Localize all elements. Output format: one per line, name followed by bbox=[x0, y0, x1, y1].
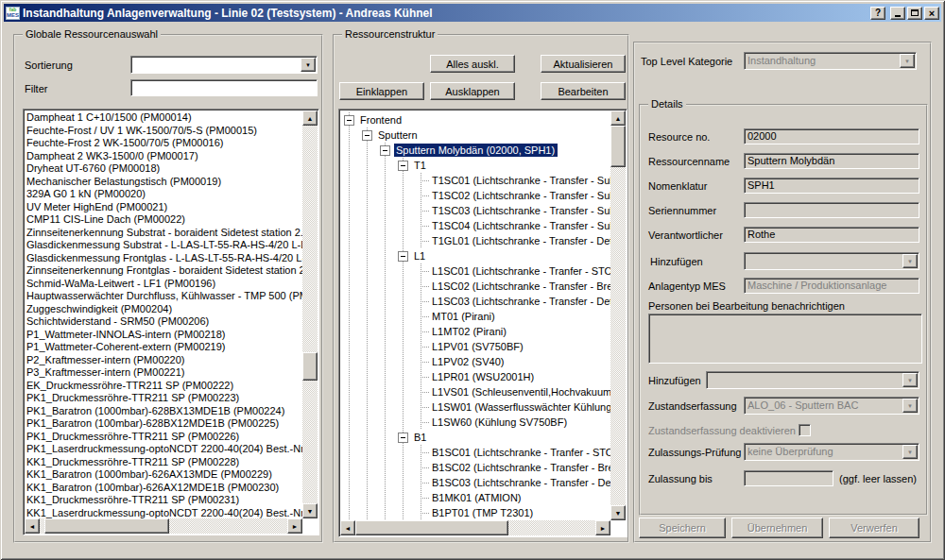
list-item[interactable]: Feuchte-Frost / UV 1 WK-1500/70/5-S (PM0… bbox=[25, 125, 302, 138]
list-item[interactable]: P2_Kraftmesser-intern (PM00220) bbox=[25, 354, 302, 367]
tree-item[interactable]: Sputtern bbox=[340, 127, 610, 143]
list-item[interactable]: Schichtwiderstand - SRM50 (PM00206) bbox=[25, 315, 302, 329]
tree-item[interactable]: T1GL01 (Lichtschranke - Transfer - Dete bbox=[340, 233, 610, 248]
personen-box[interactable] bbox=[648, 314, 922, 364]
list-item[interactable]: Glasdickenmessung Substrat - L-LAS-LT-55… bbox=[25, 239, 302, 252]
minimize-button[interactable] bbox=[890, 7, 905, 20]
tree-collapse-icon[interactable] bbox=[394, 248, 412, 263]
tree-item[interactable]: B1PT01 (TMP T2301) bbox=[340, 505, 610, 520]
scroll-down-icon[interactable]: ▼ bbox=[610, 505, 626, 520]
close-button[interactable]: × bbox=[924, 7, 939, 20]
list-item[interactable]: Dampheat 1 C+10/1500 (PM00014) bbox=[25, 111, 302, 125]
list-item[interactable]: KK1_Baratron (1000mbar)-626AX13MDE (PM00… bbox=[25, 468, 302, 482]
list-item[interactable]: Dampheat 2 WK3-1500/0 (PM00017) bbox=[25, 150, 302, 163]
tree-item[interactable]: L1SC03 (Lichtschranke - Transfer - Dete bbox=[340, 294, 610, 309]
scroll-down-icon[interactable]: ▼ bbox=[302, 503, 318, 518]
list-vscroll-thumb[interactable] bbox=[302, 352, 318, 381]
tree-item[interactable]: B1MK01 (ATMION) bbox=[340, 490, 610, 505]
list-item[interactable]: KK1_Baratron (100mbar)-626AX12MDE1B (PM0… bbox=[25, 482, 302, 495]
tree-item[interactable]: T1SC03 (Lichtschranke - Transfer - Sub bbox=[340, 203, 610, 218]
maximize-button[interactable] bbox=[907, 7, 922, 20]
list-item[interactable]: KK1_Laserdruckmessung-optoNCDT 2200-40(2… bbox=[25, 507, 302, 519]
filter-input[interactable] bbox=[130, 79, 318, 96]
list-item[interactable]: P1_Wattmeter-Coherent-extern (PM00219) bbox=[25, 341, 302, 354]
list-item[interactable]: Zinnseitenerkennung Frontglas - boraiden… bbox=[25, 264, 302, 278]
tree-item[interactable]: L1SC02 (Lichtschranke - Transfer - Bren bbox=[340, 279, 610, 294]
tree-collapse-icon[interactable] bbox=[394, 430, 412, 445]
ressourcenname-field[interactable]: Sputtern Molybdän bbox=[744, 153, 919, 169]
sortierung-combobox[interactable]: ▼ bbox=[130, 56, 318, 74]
list-item[interactable]: 329A G0 1 kN (PM00020) bbox=[25, 188, 302, 201]
aktualisieren-button[interactable]: Aktualisieren bbox=[541, 55, 626, 73]
speichern-button[interactable]: Speichern bbox=[639, 518, 726, 538]
tree-item[interactable]: B1SC02 (Lichtschranke - Transfer - Bren bbox=[340, 460, 610, 475]
list-item[interactable]: PK1_Baratron (1000mbar)-628BX13MDE1B (PM… bbox=[25, 405, 302, 418]
tree-item[interactable]: Sputtern Molybdän (02000, SPH1) bbox=[340, 143, 610, 158]
titlebar[interactable]: fab MES Instandhaltung Anlagenverwaltung… bbox=[4, 4, 941, 22]
scroll-right-icon[interactable]: ► bbox=[595, 520, 610, 535]
tree-item[interactable]: B1SC03 (Lichtschranke - Transfer - Dete bbox=[340, 475, 610, 490]
tree-hscroll-thumb[interactable] bbox=[355, 520, 508, 535]
help-button[interactable]: ? bbox=[870, 7, 885, 20]
list-item[interactable]: Schmid-WaMa-Leitwert - LF1 (PM00196) bbox=[25, 278, 302, 291]
list-item[interactable]: UV Meter HighEnd (PM00021) bbox=[25, 201, 302, 214]
scroll-right-icon[interactable]: ► bbox=[287, 518, 302, 534]
alles-auskl-button[interactable]: Alles auskl. bbox=[430, 55, 515, 73]
scroll-up-icon[interactable]: ▲ bbox=[302, 110, 318, 126]
ausklappen-button[interactable]: Ausklappen bbox=[430, 82, 515, 100]
list-vertical-scrollbar[interactable]: ▲ ▼ bbox=[302, 110, 318, 518]
resource-listbox[interactable]: Dampheat 1 C+10/1500 (PM00014)Feuchte-Fr… bbox=[23, 109, 319, 535]
verwerfen-button[interactable]: Verwerfen bbox=[829, 518, 919, 538]
tree-item[interactable]: L1SW60 (Kühlung SV750BF) bbox=[340, 415, 610, 430]
tree-collapse-icon[interactable] bbox=[376, 143, 394, 158]
list-item[interactable]: PK1_Laserdruckmessung-optoNCDT 2200-40(2… bbox=[25, 443, 302, 456]
list-item[interactable]: EK_Druckmessröhre-TTR211 SP (PM00222) bbox=[25, 380, 302, 393]
bearbeiten-button[interactable]: Bearbeiten bbox=[541, 82, 626, 100]
chevron-down-icon[interactable]: ▼ bbox=[301, 58, 316, 72]
resource-treebox[interactable]: FrontendSputternSputtern Molybdän (02000… bbox=[338, 109, 627, 537]
tree-item[interactable]: L1MT02 (Pirani) bbox=[340, 324, 610, 339]
list-item[interactable]: Zinnseitenerkennung Substrat - boraident… bbox=[25, 227, 302, 240]
list-horizontal-scrollbar[interactable]: ◄ ► bbox=[25, 518, 302, 534]
list-item[interactable]: Feuchte-Frost 2 WK-1500/70/5 (PM00016) bbox=[25, 137, 302, 150]
resource-no-field[interactable]: 02000 bbox=[744, 128, 919, 144]
list-item[interactable]: P1_Wattmeter-INNOLAS-intern (PM00218) bbox=[25, 329, 302, 342]
seriennummer-field[interactable] bbox=[744, 202, 919, 218]
tree-item[interactable]: L1VS01 (Schleusenventil,Hochvakuum bbox=[340, 384, 610, 399]
tree-item[interactable]: L1 bbox=[340, 248, 610, 263]
list-item[interactable]: Dryheat UT-6760 (PM00018) bbox=[25, 162, 302, 176]
tree-item[interactable]: T1SC01 (Lichtschranke - Transfer - Sub bbox=[340, 173, 610, 188]
scroll-left-icon[interactable]: ◄ bbox=[340, 520, 355, 535]
verantwortlicher-field[interactable]: Rothe bbox=[744, 227, 919, 243]
tree-collapse-icon[interactable] bbox=[358, 127, 376, 143]
tree-item[interactable]: T1SC04 (Lichtschranke - Transfer - Sub bbox=[340, 218, 610, 233]
tree-item[interactable]: B1SC01 (Lichtschranke - Tranfer - STOP bbox=[340, 445, 610, 460]
tree-item[interactable]: T1 bbox=[340, 158, 610, 173]
scroll-up-icon[interactable]: ▲ bbox=[610, 110, 626, 126]
tree-vertical-scrollbar[interactable]: ▲ ▼ bbox=[610, 110, 626, 520]
list-item[interactable]: Glasdickenmessung Frontglas - L-LAS-LT-5… bbox=[25, 252, 302, 265]
tree-collapse-icon[interactable] bbox=[340, 112, 358, 127]
list-item[interactable]: P3_Kraftmesser-intern (PM00221) bbox=[25, 366, 302, 380]
list-item[interactable]: PK1_Baratron (100mbar)-628BX12MDE1B (PM0… bbox=[25, 417, 302, 431]
tree-vscroll-thumb[interactable] bbox=[610, 126, 626, 167]
list-item[interactable]: PK1_Druckmessröhre-TTR211 SP (PM00223) bbox=[25, 392, 302, 405]
nomenklatur-field[interactable]: SPH1 bbox=[744, 178, 919, 194]
scroll-left-icon[interactable]: ◄ bbox=[25, 518, 40, 534]
list-item[interactable]: Mechanischer Belastungstisch (PM00019) bbox=[25, 176, 302, 189]
tree-item[interactable]: Frontend bbox=[340, 112, 610, 127]
tree-item[interactable]: L1SC01 (Lichtschranke - Tranfer - STOP bbox=[340, 263, 610, 279]
uebernehmen-button[interactable]: Übernehmen bbox=[731, 518, 823, 538]
tree-item[interactable]: B1 bbox=[340, 430, 610, 445]
tree-horizontal-scrollbar[interactable]: ◄ ► bbox=[340, 520, 610, 535]
einklappen-button[interactable]: Einklappen bbox=[339, 82, 424, 100]
tree-item[interactable]: L1PR01 (WSU2001H) bbox=[340, 369, 610, 384]
list-item[interactable]: CMP11 CIS-Line Dach (PM00022) bbox=[25, 213, 302, 227]
list-item[interactable]: Zuggeschwindigkeit (PM00204) bbox=[25, 303, 302, 316]
tree-collapse-icon[interactable] bbox=[394, 158, 412, 173]
tree-item[interactable]: L1PV01 (SV750BF) bbox=[340, 339, 610, 354]
tree-item[interactable]: L1SW01 (Wasserflusswächter Kühlung bbox=[340, 399, 610, 415]
list-item[interactable]: KK1_Druckmessröhre-TTR211 SP (PM00228) bbox=[25, 456, 302, 469]
list-item[interactable]: Hauptwasserwächter Durchfluss, Kühlwasse… bbox=[25, 290, 302, 303]
list-item[interactable]: KK1_Druckmessröhre-TTR211 SP (PM00231) bbox=[25, 494, 302, 507]
